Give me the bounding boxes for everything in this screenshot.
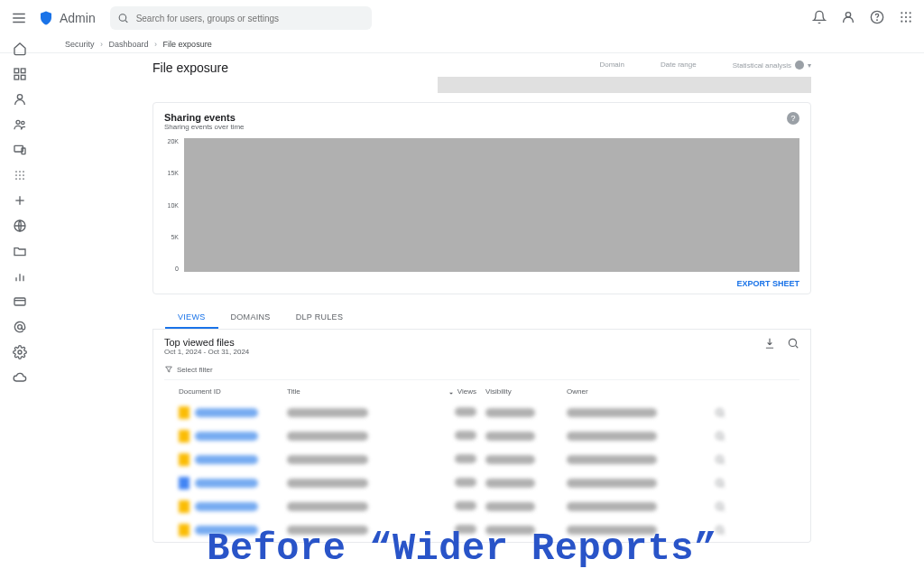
notifications-icon[interactable]	[812, 10, 827, 26]
dashboard-icon[interactable]	[13, 67, 27, 81]
group-icon[interactable]	[13, 117, 27, 132]
account-icon[interactable]	[841, 10, 855, 26]
y-tick: 10K	[168, 202, 179, 209]
svg-point-43	[18, 325, 23, 330]
visibility-redacted	[485, 432, 535, 441]
search-field[interactable]	[136, 14, 365, 23]
doc-id-redacted	[195, 502, 258, 511]
views-redacted	[455, 407, 476, 416]
filters-bar-placeholder[interactable]	[438, 77, 811, 93]
breadcrumb-security[interactable]: Security	[65, 40, 95, 49]
admin-shield-icon	[38, 10, 54, 26]
folder-icon[interactable]	[13, 244, 27, 258]
svg-point-13	[910, 16, 911, 18]
menu-icon[interactable]	[11, 10, 27, 26]
svg-point-10	[910, 12, 911, 14]
svg-point-14	[901, 21, 902, 23]
search-input[interactable]	[110, 6, 372, 30]
visibility-redacted	[485, 455, 535, 464]
sheet-icon	[179, 430, 189, 443]
chevron-down-icon: ▾	[808, 61, 811, 70]
top-viewed-panel: Top viewed files Oct 1, 2024 - Oct 31, 2…	[152, 330, 811, 543]
svg-point-34	[23, 178, 24, 180]
doc-id-redacted	[195, 408, 258, 417]
svg-line-4	[125, 21, 127, 23]
chart-y-axis: 20K 15K 10K 5K 0	[164, 138, 184, 272]
bar-chart-icon[interactable]	[13, 269, 27, 284]
download-icon[interactable]	[763, 337, 776, 351]
row-investigate-button[interactable]	[702, 407, 738, 418]
plus-icon[interactable]	[13, 193, 27, 208]
svg-point-16	[910, 21, 911, 23]
admin-roles-icon[interactable]	[13, 345, 27, 359]
table-row[interactable]	[164, 401, 799, 424]
row-investigate-button[interactable]	[702, 501, 738, 512]
col-visibility[interactable]: Visibility	[485, 387, 558, 396]
owner-redacted	[567, 408, 657, 417]
table-row[interactable]	[164, 424, 799, 448]
breadcrumb: Security › Dashboard › File exposure	[0, 36, 924, 53]
help-icon[interactable]	[870, 10, 884, 26]
select-filter-button[interactable]: Select filter	[164, 365, 799, 380]
owner-redacted	[567, 432, 657, 441]
svg-rect-19	[14, 75, 19, 79]
help-circle-icon[interactable]: ?	[787, 112, 799, 125]
sheet-icon	[179, 500, 189, 513]
export-sheet-button[interactable]: EXPORT SHEET	[736, 279, 799, 288]
col-views[interactable]: Views	[413, 387, 476, 396]
row-investigate-button[interactable]	[702, 478, 738, 489]
svg-line-56	[722, 508, 724, 510]
svg-point-8	[901, 12, 902, 14]
billing-icon[interactable]	[13, 294, 27, 309]
svg-point-11	[901, 16, 902, 18]
svg-line-54	[722, 485, 724, 487]
breadcrumb-dashboard[interactable]: Dashboard	[109, 40, 149, 49]
devices-icon[interactable]	[13, 143, 27, 157]
breadcrumb-current: File exposure	[163, 40, 212, 49]
col-owner[interactable]: Owner	[567, 387, 693, 396]
tab-views[interactable]: VIEWS	[165, 307, 218, 329]
svg-line-52	[722, 461, 724, 463]
table-row[interactable]	[164, 471, 799, 495]
col-document-id[interactable]: Document ID	[179, 387, 278, 396]
filter-stat[interactable]: Statistical analysis ▾	[733, 61, 811, 70]
svg-point-12	[905, 16, 907, 18]
svg-point-3	[119, 14, 126, 22]
chevron-right-icon: ›	[154, 40, 157, 49]
svg-rect-41	[14, 298, 25, 305]
row-investigate-button[interactable]	[702, 454, 738, 465]
filter-stat-label: Statistical analysis	[733, 61, 791, 70]
svg-point-53	[716, 480, 723, 486]
app-logo[interactable]: Admin	[38, 10, 96, 26]
tab-domains[interactable]: DOMAINS	[218, 307, 283, 329]
investigate-icon[interactable]	[787, 337, 799, 351]
at-icon[interactable]	[13, 320, 27, 334]
visibility-redacted	[485, 502, 535, 511]
col-title[interactable]: Title	[287, 387, 404, 396]
tab-dlp-rules[interactable]: DLP RULES	[283, 307, 356, 329]
chart-placeholder	[184, 138, 799, 272]
apps-grid-icon[interactable]	[899, 10, 913, 26]
sharing-events-card: Sharing events Sharing events over time …	[152, 102, 811, 294]
filter-icon	[164, 365, 173, 374]
person-icon[interactable]	[13, 92, 27, 107]
apps-icon[interactable]	[13, 168, 27, 182]
title-redacted	[287, 455, 368, 464]
svg-line-48	[722, 415, 724, 416]
cloud-icon[interactable]	[13, 370, 27, 385]
svg-point-23	[22, 121, 24, 124]
globe-icon[interactable]	[13, 219, 27, 233]
row-investigate-button[interactable]	[702, 431, 738, 442]
table-row[interactable]	[164, 495, 799, 518]
y-tick: 5K	[171, 234, 179, 240]
table-row[interactable]	[164, 448, 799, 471]
svg-point-22	[16, 120, 20, 124]
svg-point-55	[716, 503, 723, 509]
home-icon[interactable]	[13, 42, 27, 56]
card-subtitle: Sharing events over time	[164, 123, 245, 131]
filter-daterange-label: Date range	[661, 61, 697, 69]
caption-text: Before “Wider Reports”	[0, 527, 924, 571]
svg-line-46	[796, 346, 799, 349]
svg-point-47	[716, 409, 723, 415]
svg-point-31	[23, 174, 24, 176]
